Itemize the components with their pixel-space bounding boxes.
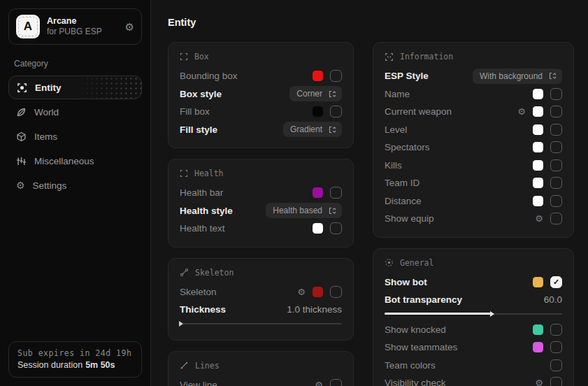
sidebar-item-settings[interactable]: ⚙ Settings <box>8 173 142 197</box>
bot-transparency-value: 60.0 <box>544 294 562 305</box>
general-card: General Show bot ✓ Bot transparency 60.0 <box>373 248 574 386</box>
app-window: A Arcane for PUBG ESP ⚙ Category Entity <box>0 0 588 386</box>
setting-label: Fill box <box>180 106 210 117</box>
setting-label: Health bar <box>180 187 223 198</box>
setting-row-fill-style: Fill style Gradient <box>180 121 342 139</box>
color-swatch[interactable] <box>313 106 323 117</box>
setting-label: Box style <box>180 89 222 99</box>
card-title: Skeleton <box>195 268 234 278</box>
app-name: Arcane <box>47 16 118 27</box>
sidebar: A Arcane for PUBG ESP ⚙ Category Entity <box>0 0 151 386</box>
slider-handle[interactable] <box>179 321 183 327</box>
checkbox[interactable] <box>330 187 342 199</box>
sidebar-item-label: Items <box>34 131 57 142</box>
subscription-info-box: Sub expires in 24d 19h Session duration5… <box>8 341 142 378</box>
esp-style-dropdown[interactable]: With background <box>473 69 562 84</box>
setting-label: View line <box>180 380 217 386</box>
checkbox[interactable] <box>550 341 562 353</box>
card-title: Health <box>194 169 224 178</box>
gear-icon[interactable]: ⚙ <box>535 378 543 386</box>
box-style-dropdown[interactable]: Corner <box>289 86 342 101</box>
scan-info-icon <box>385 52 394 62</box>
color-swatch[interactable] <box>313 187 323 198</box>
setting-label: Kills <box>385 160 402 171</box>
checkbox[interactable] <box>330 70 342 82</box>
gear-icon[interactable]: ⚙ <box>297 287 306 296</box>
color-swatch[interactable] <box>533 342 543 352</box>
checkbox[interactable] <box>550 106 562 117</box>
setting-label: Show bot <box>385 277 427 287</box>
setting-label: Show teammates <box>385 342 457 352</box>
brightness-icon <box>385 258 394 267</box>
sidebar-item-label: Entity <box>35 83 62 93</box>
color-swatch[interactable] <box>533 106 543 117</box>
checkbox[interactable] <box>550 124 562 136</box>
sidebar-item-entity[interactable]: Entity <box>8 76 142 99</box>
checkbox[interactable] <box>330 286 342 298</box>
setting-label: ESP Style <box>385 71 429 81</box>
color-swatch[interactable] <box>313 287 323 297</box>
setting-row-current-weapon: Current weapon ⚙ <box>385 103 562 121</box>
checkbox[interactable] <box>550 88 562 100</box>
setting-row-show-teammates: Show teammates <box>385 338 562 357</box>
color-swatch[interactable] <box>533 277 543 287</box>
unfold-icon <box>549 72 557 80</box>
main-panel: Entity Box Bou <box>151 0 588 386</box>
checkbox[interactable] <box>330 106 342 117</box>
setting-row-fill-box: Fill box <box>180 103 342 121</box>
color-swatch[interactable] <box>313 223 323 234</box>
checkbox[interactable] <box>330 222 342 234</box>
slider-handle[interactable] <box>490 311 494 317</box>
frame-corners-icon <box>180 52 188 61</box>
checkbox[interactable] <box>550 141 562 153</box>
setting-row-show-equip: Show equip ⚙ <box>385 210 562 228</box>
gear-icon[interactable]: ⚙ <box>517 107 526 116</box>
color-swatch[interactable] <box>533 324 543 335</box>
color-swatch[interactable] <box>533 124 543 135</box>
color-swatch[interactable] <box>533 89 543 99</box>
line-icon <box>180 361 189 370</box>
unfold-icon <box>329 90 336 98</box>
gear-icon[interactable]: ⚙ <box>535 214 543 223</box>
unfold-icon <box>329 126 336 134</box>
setting-row-view-line: View line ⚙ <box>180 376 342 386</box>
color-swatch[interactable] <box>533 160 543 171</box>
checkbox[interactable] <box>550 213 562 224</box>
setting-label: Health style <box>180 206 233 216</box>
frame-corners-icon <box>180 169 188 178</box>
setting-label: Team colors <box>385 360 436 371</box>
card-title: Box <box>194 52 209 62</box>
color-swatch[interactable] <box>533 142 543 152</box>
leaf-globe-icon <box>16 107 27 117</box>
gear-icon[interactable]: ⚙ <box>315 380 323 386</box>
card-title: Information <box>400 52 453 62</box>
page-title: Entity <box>168 17 574 28</box>
checkbox[interactable] <box>550 359 562 371</box>
setting-label: Show equip <box>385 213 434 224</box>
checkbox[interactable] <box>550 324 562 336</box>
color-swatch[interactable] <box>313 71 323 81</box>
setting-row-box-style: Box style Corner <box>180 85 342 103</box>
color-swatch[interactable] <box>533 196 543 206</box>
checkbox-checked[interactable]: ✓ <box>550 276 562 288</box>
setting-row-kills: Kills <box>385 157 562 175</box>
health-style-dropdown[interactable]: Health based <box>266 203 342 218</box>
sidebar-item-label: Miscellaneous <box>34 156 94 166</box>
checkbox[interactable] <box>550 195 562 207</box>
gear-icon: ⚙ <box>16 180 25 190</box>
setting-row-bot-transparency: Bot transparency 60.0 <box>385 291 562 309</box>
brand-card: A Arcane for PUBG ESP ⚙ <box>8 8 142 45</box>
thickness-slider[interactable] <box>180 321 342 327</box>
checkbox[interactable] <box>550 159 562 171</box>
sidebar-item-world[interactable]: World <box>8 100 142 124</box>
color-swatch[interactable] <box>533 178 543 188</box>
sidebar-item-items[interactable]: Items <box>8 124 142 148</box>
checkbox[interactable] <box>330 379 342 386</box>
checkbox[interactable] <box>550 177 562 189</box>
gear-icon[interactable]: ⚙ <box>125 22 134 32</box>
fill-style-dropdown[interactable]: Gradient <box>283 122 342 137</box>
checkbox[interactable] <box>550 377 562 386</box>
bot-transparency-slider[interactable] <box>385 311 562 317</box>
session-duration-label: Session duration <box>17 360 83 370</box>
sidebar-item-miscellaneous[interactable]: Miscellaneous <box>8 149 142 173</box>
